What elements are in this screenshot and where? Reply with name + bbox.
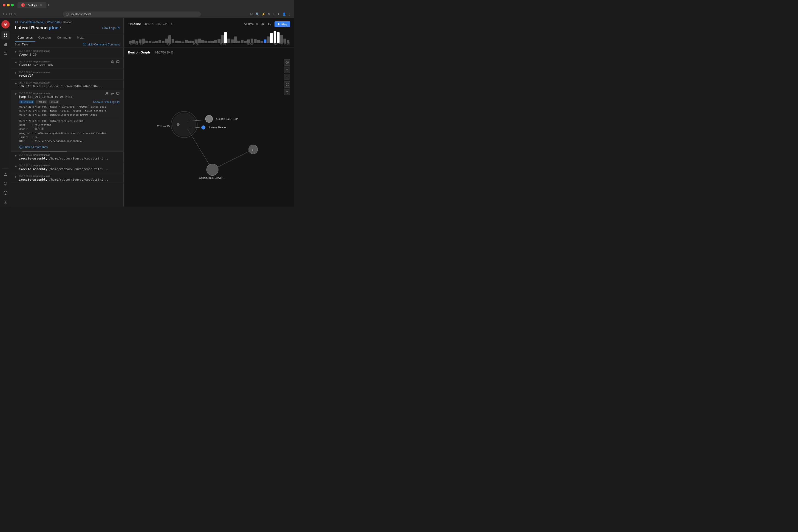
timeline-bar[interactable]: [201, 40, 204, 43]
back-button[interactable]: ‹: [3, 12, 4, 16]
timeline-bar[interactable]: [264, 39, 267, 43]
graph-zoom-in-button[interactable]: [284, 66, 290, 73]
timeline-bar[interactable]: [181, 41, 184, 43]
timeline-bar[interactable]: [241, 40, 243, 43]
timeline-bar[interactable]: [284, 39, 286, 43]
timeline-bar[interactable]: [280, 35, 283, 43]
comment-action-icon[interactable]: [116, 92, 120, 96]
show-raw-logs-button[interactable]: Show in Raw Logs: [93, 100, 120, 103]
timeline-bar[interactable]: [178, 41, 181, 43]
sidebar-item-explore[interactable]: [1, 31, 10, 39]
timeline-bar[interactable]: [175, 41, 178, 43]
timeline-bar[interactable]: [231, 39, 234, 43]
graph-fit-button[interactable]: [284, 81, 290, 88]
timeline-bar[interactable]: [270, 33, 273, 43]
timeline-bar[interactable]: [237, 41, 240, 43]
chevron-icon[interactable]: ▶: [15, 71, 17, 74]
tab-comments[interactable]: Comments: [54, 34, 74, 41]
refresh-icon[interactable]: ↻: [268, 13, 270, 16]
minimize-button[interactable]: [7, 4, 10, 6]
timeline-bar[interactable]: [155, 41, 158, 43]
sidebar-item-analytics[interactable]: [1, 40, 10, 49]
close-button[interactable]: [3, 4, 5, 6]
timeline-bar[interactable]: [211, 41, 214, 43]
arrows-icon[interactable]: [110, 92, 114, 96]
raw-logs-button[interactable]: Raw Logs: [102, 26, 120, 30]
profile-icon[interactable]: 👤: [282, 13, 286, 16]
timeline-bar[interactable]: [274, 31, 276, 43]
chevron-icon[interactable]: ▶: [15, 50, 17, 53]
chevron-icon[interactable]: ▶: [15, 82, 17, 85]
timeline-bar[interactable]: [139, 39, 142, 43]
address-bar[interactable]: i localhost:3500/: [63, 12, 201, 17]
chevron-icon[interactable]: ▶: [14, 93, 17, 95]
tab-operators[interactable]: Operators: [35, 34, 54, 41]
zoom-icon[interactable]: 🔍: [256, 13, 259, 16]
timeline-next-button[interactable]: ⏭: [267, 21, 273, 27]
timeline-bar[interactable]: [145, 41, 148, 43]
timeline-bar[interactable]: [277, 32, 279, 43]
timeline-bar[interactable]: [195, 39, 197, 43]
chevron-icon[interactable]: ▶: [15, 175, 17, 178]
timeline-bar[interactable]: [208, 41, 211, 43]
node-2[interactable]: [249, 145, 257, 154]
active-tab[interactable]: RedEye ✕: [17, 2, 47, 8]
secondary-node[interactable]: [177, 123, 179, 126]
timeline-bar[interactable]: [191, 41, 194, 43]
sidebar-item-help[interactable]: ?: [1, 189, 10, 197]
timeline-bar[interactable]: [135, 41, 138, 43]
sort-time-button[interactable]: Time: [22, 43, 31, 46]
timeline-bar[interactable]: [152, 41, 155, 43]
timeline-bar[interactable]: [251, 39, 253, 43]
sidebar-item-search[interactable]: [1, 50, 10, 58]
timeline-bar[interactable]: [257, 40, 260, 43]
timeline-bar[interactable]: [168, 35, 171, 43]
breadcrumb-server[interactable]: CobaltStrike-Server: [20, 21, 44, 24]
operator-icon[interactable]: [110, 60, 114, 64]
sidebar-item-user[interactable]: [1, 170, 10, 178]
timeline-bar[interactable]: [171, 39, 174, 43]
timeline-bar[interactable]: [188, 41, 191, 43]
comment-action-icon[interactable]: [116, 60, 120, 64]
timeline-bar[interactable]: [244, 41, 247, 43]
chevron-icon[interactable]: ▶: [15, 154, 17, 157]
timeline-bar[interactable]: [132, 40, 135, 43]
new-tab-button[interactable]: +: [47, 3, 50, 7]
timeline-bar[interactable]: [162, 41, 164, 43]
chevron-icon[interactable]: ▶: [15, 165, 17, 168]
timeline-prev-button[interactable]: ⏮: [260, 21, 265, 27]
timeline-bar[interactable]: [165, 39, 168, 43]
timeline-bar[interactable]: [287, 40, 289, 43]
timeline-bar[interactable]: [221, 35, 224, 43]
sidebar-item-settings[interactable]: [1, 179, 10, 188]
timeline-bar[interactable]: [218, 39, 220, 43]
home-button[interactable]: ⌂: [14, 12, 16, 16]
timeline-bar[interactable]: [142, 39, 145, 43]
extensions-icon[interactable]: ⚡: [261, 13, 265, 16]
download-icon[interactable]: ⬇: [277, 13, 280, 16]
graph-zoom-out-button[interactable]: [284, 74, 290, 80]
timeline-bar[interactable]: [260, 41, 263, 43]
tag-ta0008[interactable]: TA0008: [36, 100, 48, 103]
reader-icon[interactable]: Aa: [250, 13, 253, 16]
show-more-button[interactable]: Show 51 more lines: [19, 146, 120, 149]
timeline-bar[interactable]: [214, 40, 217, 43]
timeline-bar[interactable]: [185, 40, 187, 43]
timeline-bar[interactable]: [267, 37, 270, 43]
bookmark-icon[interactable]: ☆: [272, 13, 275, 16]
tag-t1093[interactable]: T1093: [49, 100, 59, 103]
timeline-bar[interactable]: [204, 41, 207, 43]
timeline-bar[interactable]: [159, 40, 161, 43]
tab-commands[interactable]: Commands: [15, 34, 35, 41]
breadcrumb-all[interactable]: All: [15, 21, 18, 24]
beacon-graph-svg[interactable]: CobaltStrike-Server – WIN-10-02 – – Gold…: [124, 59, 283, 207]
timeline-bar[interactable]: [198, 39, 201, 43]
tab-meta[interactable]: Meta: [74, 34, 86, 41]
cobalt-strike-node[interactable]: [206, 164, 218, 175]
timeline-bar[interactable]: [234, 37, 237, 43]
menu-icon[interactable]: ⋮: [288, 13, 291, 16]
reload-button[interactable]: ↻: [9, 12, 12, 16]
chevron-icon[interactable]: ▶: [15, 61, 17, 64]
graph-export-button[interactable]: [284, 89, 290, 95]
golden-system-node[interactable]: [205, 115, 213, 122]
